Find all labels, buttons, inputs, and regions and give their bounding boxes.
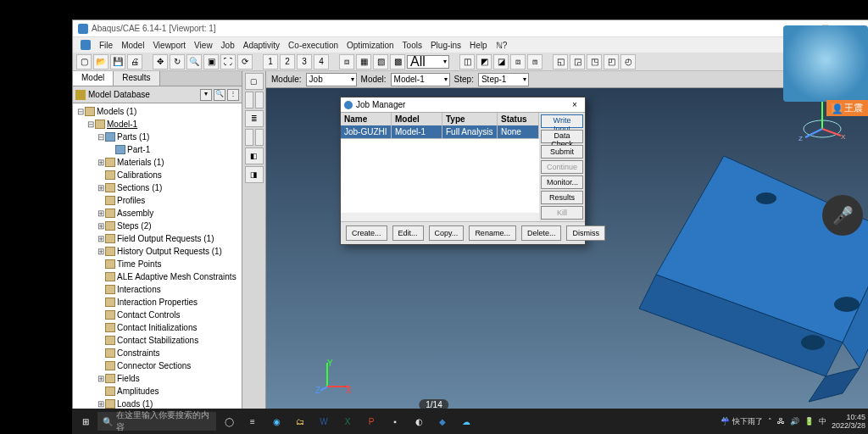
volume-icon[interactable]: 🔊 — [790, 417, 799, 426]
model-db-filter-icon[interactable]: 🔍 — [214, 89, 225, 101]
tree-node[interactable]: ⊞Field Output Requests (1) — [73, 232, 242, 245]
tree-node[interactable]: ⊟Models (1) — [73, 105, 242, 118]
write-input-button[interactable]: Write Input — [541, 114, 583, 128]
menu-help-question-icon[interactable]: ℕ? — [496, 41, 508, 50]
tree-node[interactable]: Interactions — [73, 283, 242, 296]
explorer-icon[interactable]: 🗂 — [289, 410, 311, 432]
cortana-icon[interactable]: ≡ — [242, 410, 264, 432]
wire-icon[interactable]: ▦ — [356, 54, 371, 70]
view-1-icon[interactable]: 1 — [263, 54, 278, 70]
tree-node[interactable]: ⊞Steps (2) — [73, 220, 242, 232]
tree-node[interactable]: ⊞History Output Requests (1) — [73, 245, 242, 258]
tray-arrow-icon[interactable]: ˄ — [768, 417, 772, 426]
tool-f-icon[interactable]: ◨ — [245, 166, 264, 183]
dg2-icon[interactable]: ◩ — [476, 54, 492, 70]
print-icon[interactable]: 🖨 — [127, 54, 142, 70]
new-icon[interactable]: ▢ — [76, 54, 92, 70]
tree-node[interactable]: Interaction Properties — [73, 296, 242, 309]
tool-c-icon[interactable] — [245, 129, 253, 146]
chrome-icon[interactable]: ◐ — [408, 410, 430, 432]
copy-button[interactable]: Copy... — [429, 225, 465, 241]
ppt-icon[interactable]: P — [360, 410, 382, 432]
menu-tools[interactable]: Tools — [403, 41, 422, 50]
dg3-icon[interactable]: ◪ — [493, 54, 509, 70]
dismiss-button[interactable]: Dismiss — [566, 225, 605, 241]
model-db-label[interactable]: Model Database — [88, 90, 198, 99]
menu-file[interactable]: File — [99, 41, 113, 50]
menu-help[interactable]: Help — [470, 41, 487, 50]
hidden-icon[interactable]: ▧ — [373, 54, 388, 70]
video-thumbnail[interactable] — [783, 25, 868, 102]
tree-node[interactable]: Connector Sections — [73, 359, 242, 372]
view-2-icon[interactable]: 2 — [280, 54, 295, 70]
model-db-dropdown-icon[interactable]: ▾ — [200, 89, 212, 101]
tree-node[interactable]: Amplitudes — [73, 385, 242, 398]
job-row[interactable]: Job-GUZHI Model-1 Full Analysis None — [341, 125, 539, 138]
battery-icon[interactable]: 🔋 — [804, 417, 814, 426]
task-view-icon[interactable]: ◯ — [218, 410, 240, 432]
view-3-icon[interactable]: 3 — [297, 54, 312, 70]
tree-node[interactable]: ⊟Parts (1) — [73, 131, 242, 143]
system-tray[interactable]: ☔ 快下雨了 ˄ 🖧 🔊 🔋 中 10:452022/3/28 — [721, 413, 865, 430]
fit-icon[interactable]: ⛶ — [220, 54, 236, 70]
annot3-icon[interactable]: ◳ — [587, 54, 602, 70]
terminal-icon[interactable]: ▪ — [384, 410, 406, 432]
tab-model[interactable]: Model — [73, 71, 114, 86]
menu-model[interactable]: Model — [121, 41, 144, 50]
dialog-close-button[interactable]: × — [568, 100, 581, 109]
model-combo[interactable]: Model-1 — [391, 73, 450, 86]
col-model[interactable]: Model — [392, 113, 442, 125]
menu-coexecution[interactable]: Co-execution — [288, 41, 338, 50]
col-status[interactable]: Status — [498, 113, 539, 125]
tab-results[interactable]: Results — [114, 71, 159, 86]
pan-icon[interactable]: ✥ — [153, 54, 168, 70]
col-type[interactable]: Type — [442, 113, 498, 125]
tree-node[interactable]: Constraints — [73, 347, 242, 359]
taskbar-clock[interactable]: 10:452022/3/28 — [832, 413, 865, 430]
dg4-icon[interactable]: ⧇ — [510, 54, 526, 70]
tree-node[interactable]: ⊟Model-1 — [73, 118, 242, 131]
tree-node[interactable]: Profiles — [73, 194, 242, 207]
create-button[interactable]: Create... — [346, 225, 387, 241]
tree-node[interactable]: ALE Adaptive Mesh Constraints — [73, 270, 242, 283]
monitor-button[interactable]: Monitor... — [541, 175, 583, 189]
dialog-titlebar[interactable]: Job Manager × — [341, 97, 585, 113]
persp-icon[interactable]: ⧈ — [339, 54, 354, 70]
tree-node[interactable]: ⊞Assembly — [73, 207, 242, 220]
zoom-icon[interactable]: 🔍 — [186, 54, 202, 70]
menu-view[interactable]: View — [194, 41, 213, 50]
tool-create-icon[interactable]: ▢ — [245, 73, 264, 90]
data-check-button[interactable]: Data Check — [541, 130, 583, 143]
submit-button[interactable]: Submit — [541, 145, 583, 159]
delete-button[interactable]: Delete... — [521, 225, 562, 241]
model-tree[interactable]: ⊟Models (1)⊟Model-1⊟Parts (1)Part-1⊞Mate… — [73, 103, 242, 424]
dg1-icon[interactable]: ◫ — [459, 54, 475, 70]
tool-e-icon[interactable]: ◧ — [245, 147, 264, 164]
menu-job[interactable]: Job — [221, 41, 235, 50]
word-icon[interactable]: W — [313, 410, 335, 432]
taskbar-search[interactable]: 🔍 在这里输入你要搜索的内容 — [97, 412, 216, 431]
ime-icon[interactable]: 中 — [819, 416, 826, 427]
tree-node[interactable]: Time Points — [73, 258, 242, 270]
tool-a-icon[interactable] — [245, 92, 253, 108]
tree-node[interactable]: ⊞Sections (1) — [73, 181, 242, 194]
zoom-box-icon[interactable]: ▣ — [203, 54, 219, 70]
tree-node[interactable]: Contact Initializations — [73, 321, 242, 334]
annot5-icon[interactable]: ◴ — [620, 54, 636, 70]
tree-node[interactable]: ⊞Fields — [73, 372, 242, 385]
module-combo[interactable]: Job — [306, 73, 357, 86]
start-button[interactable]: ⊞ — [75, 411, 96, 431]
tree-node[interactable]: Contact Controls — [73, 309, 242, 321]
network-icon[interactable]: 🖧 — [777, 417, 785, 426]
app-menu-icon[interactable] — [81, 40, 91, 50]
annot4-icon[interactable]: ◰ — [604, 54, 619, 70]
rename-button[interactable]: Rename... — [469, 225, 516, 241]
step-combo[interactable]: Step-1 — [478, 73, 529, 86]
mute-button[interactable]: 🎤 — [822, 195, 863, 236]
tree-node[interactable]: Calibrations — [73, 169, 242, 181]
rotate-icon[interactable]: ⟳ — [237, 54, 253, 70]
tree-node[interactable]: ⊞Materials (1) — [73, 156, 242, 169]
menu-adaptivity[interactable]: Adaptivity — [243, 41, 280, 50]
open-icon[interactable]: 📂 — [93, 54, 108, 70]
edge-icon[interactable]: ◉ — [265, 410, 287, 432]
